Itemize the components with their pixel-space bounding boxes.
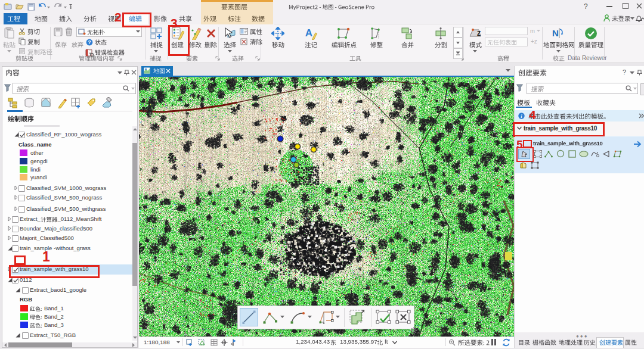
svg-text:N: N xyxy=(552,28,559,38)
svg-text:A: A xyxy=(305,27,312,39)
svg-text:?: ? xyxy=(88,39,91,45)
svg-text:Z: Z xyxy=(477,30,481,37)
